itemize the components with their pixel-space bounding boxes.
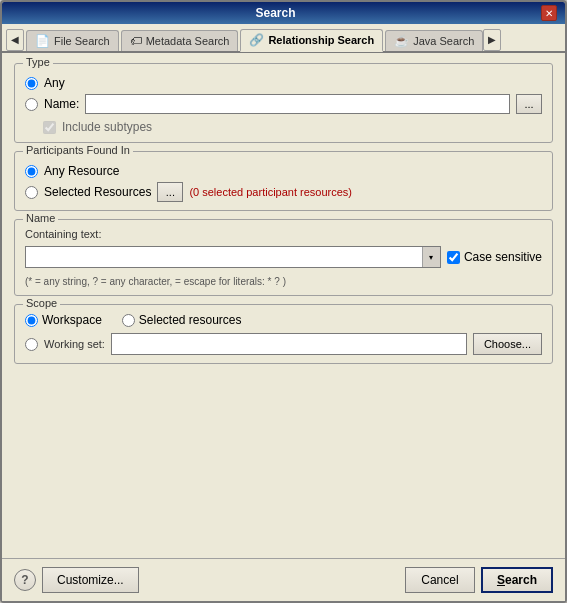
java-search-icon: ☕: [394, 34, 409, 48]
tab-file-search[interactable]: 📄 File Search: [26, 30, 119, 51]
tab-metadata-search[interactable]: 🏷 Metadata Search: [121, 30, 239, 51]
search-dialog: Search ✕ ◀ 📄 File Search 🏷 Metadata Sear…: [0, 0, 567, 603]
close-button[interactable]: ✕: [541, 5, 557, 21]
selected-resources-scope-label: Selected resources: [139, 313, 242, 327]
workspace-radio[interactable]: [25, 314, 38, 327]
selected-resources-row: Selected Resources ... (0 selected parti…: [25, 182, 542, 202]
selected-resources-label: Selected Resources: [44, 185, 151, 199]
type-name-browse-button[interactable]: ...: [516, 94, 542, 114]
search-label-rest: earch: [505, 573, 537, 587]
tab-java-search[interactable]: ☕ Java Search: [385, 30, 483, 51]
search-underline-s: S: [497, 573, 505, 587]
type-any-radio[interactable]: [25, 77, 38, 90]
tab-prev-button[interactable]: ◀: [6, 29, 24, 51]
participants-group-label: Participants Found In: [23, 144, 133, 156]
name-group-label: Name: [23, 212, 58, 224]
working-set-radio[interactable]: [25, 338, 38, 351]
tab-file-search-label: File Search: [54, 35, 110, 47]
type-group-label: Type: [23, 56, 53, 68]
search-hint: (* = any string, ? = any character, = es…: [25, 276, 542, 287]
name-group: Name Containing text: ▾ Case sensitive (…: [14, 219, 553, 296]
include-subtypes-row: Include subtypes: [43, 120, 542, 134]
tab-java-search-label: Java Search: [413, 35, 474, 47]
working-set-input[interactable]: [111, 333, 467, 355]
file-search-icon: 📄: [35, 34, 50, 48]
main-content: Type Any Name: ... Include subtypes Part…: [2, 53, 565, 558]
metadata-search-icon: 🏷: [130, 34, 142, 48]
tab-relationship-search-label: Relationship Search: [268, 34, 374, 46]
type-name-row: Name: ...: [25, 94, 542, 114]
tab-next-button[interactable]: ▶: [483, 29, 501, 51]
tab-metadata-search-label: Metadata Search: [146, 35, 230, 47]
type-any-label: Any: [44, 76, 65, 90]
relationship-search-icon: 🔗: [249, 33, 264, 47]
working-set-label: Working set:: [44, 338, 105, 350]
window-title: Search: [10, 6, 541, 20]
help-button[interactable]: ?: [14, 569, 36, 591]
type-name-radio[interactable]: [25, 98, 38, 111]
type-any-row: Any: [25, 76, 542, 90]
participants-group: Participants Found In Any Resource Selec…: [14, 151, 553, 211]
containing-text-label: Containing text:: [25, 228, 542, 240]
choose-button[interactable]: Choose...: [473, 333, 542, 355]
any-resource-row: Any Resource: [25, 164, 542, 178]
scope-group: Scope Workspace Selected resources Worki…: [14, 304, 553, 364]
selected-resources-scope-radio[interactable]: [122, 314, 135, 327]
any-resource-radio[interactable]: [25, 165, 38, 178]
type-name-label: Name:: [44, 97, 79, 111]
footer-right: Cancel Search: [405, 567, 553, 593]
combobox-arrow-button[interactable]: ▾: [422, 247, 440, 267]
include-subtypes-checkbox[interactable]: [43, 121, 56, 134]
selected-resources-browse-button[interactable]: ...: [157, 182, 183, 202]
title-bar: Search ✕: [2, 2, 565, 24]
case-sensitive-row: Case sensitive: [447, 250, 542, 264]
cancel-button[interactable]: Cancel: [405, 567, 475, 593]
type-group: Type Any Name: ... Include subtypes: [14, 63, 553, 143]
include-subtypes-label: Include subtypes: [62, 120, 152, 134]
containing-text-combobox: ▾: [25, 246, 441, 268]
tab-relationship-search[interactable]: 🔗 Relationship Search: [240, 29, 383, 52]
case-sensitive-checkbox[interactable]: [447, 251, 460, 264]
case-sensitive-label: Case sensitive: [464, 250, 542, 264]
search-button[interactable]: Search: [481, 567, 553, 593]
customize-button[interactable]: Customize...: [42, 567, 139, 593]
footer: ? Customize... Cancel Search: [2, 558, 565, 601]
working-set-row: Working set: Choose...: [25, 333, 542, 355]
selected-resources-radio[interactable]: [25, 186, 38, 199]
scope-top-row: Workspace Selected resources: [25, 313, 542, 327]
any-resource-label: Any Resource: [44, 164, 119, 178]
tab-bar: ◀ 📄 File Search 🏷 Metadata Search 🔗 Rela…: [2, 24, 565, 53]
participant-info-text: (0 selected participant resources): [189, 186, 352, 198]
scope-group-label: Scope: [23, 297, 60, 309]
containing-text-input[interactable]: [26, 247, 422, 267]
type-name-input[interactable]: [85, 94, 510, 114]
containing-text-row: ▾ Case sensitive: [25, 246, 542, 268]
footer-left: ? Customize...: [14, 567, 139, 593]
workspace-label: Workspace: [42, 313, 102, 327]
